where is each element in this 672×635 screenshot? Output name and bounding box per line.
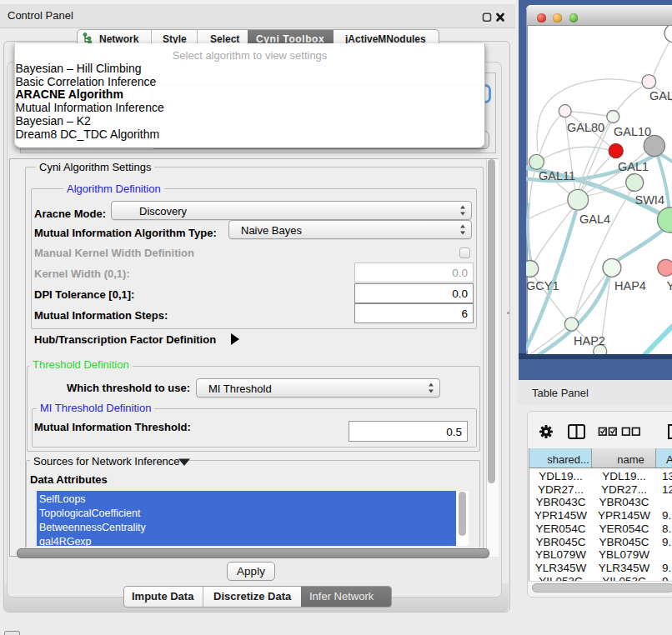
svg-text:GAL80: GAL80	[567, 121, 604, 134]
svg-text:GAL1: GAL1	[618, 160, 649, 173]
svg-text:GAL4: GAL4	[579, 212, 610, 226]
svg-text:GAL11: GAL11	[539, 169, 575, 182]
svg-text:Y: Y	[667, 279, 672, 292]
svg-text:HAP2: HAP2	[574, 334, 605, 348]
svg-text:GAL10: GAL10	[614, 125, 651, 138]
svg-text:GAL7: GAL7	[649, 89, 672, 102]
svg-text:HAP4: HAP4	[614, 279, 646, 292]
svg-text:GCY1: GCY1	[526, 279, 559, 292]
svg-text:SWI4: SWI4	[635, 193, 664, 207]
